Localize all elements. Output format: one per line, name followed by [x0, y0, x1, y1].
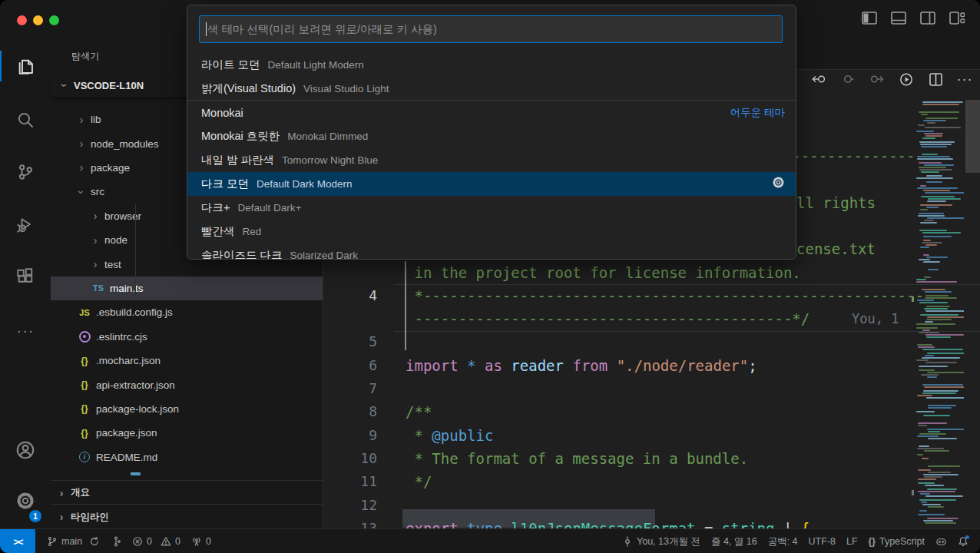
status-label: You, 13개월 전: [637, 535, 700, 548]
minimize-window-button[interactable]: [33, 15, 43, 25]
tree-item-api-extractor.json[interactable]: {}api-extractor.json: [51, 373, 349, 396]
status-label: UTF-8: [809, 536, 836, 547]
line-number: 11: [339, 470, 377, 493]
bell-icon: [958, 536, 968, 547]
text-caret: [206, 22, 207, 36]
activity-run-and-debug-icon[interactable]: [0, 204, 51, 244]
theme-description: Monokai Dimmed: [287, 131, 368, 142]
theme-option-visual-studio-light[interactable]: 밝게(Visual Studio)Visual Studio Light: [187, 77, 796, 101]
go-back-icon[interactable]: [812, 72, 826, 86]
file-label: package: [91, 162, 130, 174]
theme-label: 솔라이즈드 다크: [201, 248, 283, 260]
theme-option-tomorrow-night-blue[interactable]: 내일 밤 파란색Tomorrow Night Blue: [187, 148, 796, 172]
theme-description: Default Light Modern: [268, 59, 364, 71]
toggle-panel-icon[interactable]: [891, 12, 909, 28]
activity-explorer-icon[interactable]: [0, 46, 51, 86]
chevron-right-icon: ›: [91, 258, 100, 270]
status---4----16[interactable]: 줄 4, 열 16: [706, 529, 763, 553]
status-0[interactable]: 00: [127, 529, 186, 553]
customize-layout-icon[interactable]: [949, 12, 968, 28]
status-bell[interactable]: [952, 529, 974, 553]
theme-option-monokai-dimmed[interactable]: Monokai 흐릿한Monokai Dimmed: [187, 124, 796, 148]
theme-label: 다크 모던: [201, 177, 249, 191]
code-line: ----------------------------------------…: [406, 307, 809, 330]
status-label: LF: [846, 536, 858, 547]
tree-item-package.json[interactable]: {}package.json: [51, 421, 349, 445]
line-number: 10: [339, 447, 377, 470]
theme-option-default-light-modern[interactable]: 라이트 모던Default Light Modern: [187, 53, 796, 77]
status-bar: >< main000 You, 13개월 전줄 4, 열 16공백: 4UTF-…: [0, 528, 980, 553]
code-line: * The format of a message in a bundle.: [406, 447, 748, 470]
close-window-button[interactable]: [17, 15, 27, 25]
clipped-file-icon: [131, 472, 141, 475]
code-line: */: [406, 470, 432, 493]
editor-scrollbar[interactable]: [965, 100, 980, 173]
tree-item-readme.md[interactable]: iREADME.md: [51, 445, 349, 469]
copilot-icon: [935, 536, 947, 548]
code-line: cense.txt: [796, 237, 876, 260]
split-editor-icon[interactable]: [929, 72, 942, 86]
theme-label: Monokai 흐릿한: [201, 129, 280, 144]
activity-source-control-icon[interactable]: [0, 152, 51, 192]
quick-pick-input[interactable]: 색 테마 선택(미리 보려면 위로/아래로 키 사용): [199, 15, 783, 43]
status-copilot[interactable]: [930, 529, 952, 553]
theme-option-default-dark+[interactable]: 다크+Default Dark+: [187, 196, 796, 220]
code-line: /**: [406, 400, 432, 423]
status-typescript[interactable]: {}TypeScript: [863, 529, 930, 553]
section-outline[interactable]: › 개요: [51, 480, 323, 505]
warning-icon: [161, 536, 171, 547]
activity-more-icon[interactable]: ···: [0, 310, 51, 350]
minimap[interactable]: [915, 100, 964, 528]
more-actions-icon[interactable]: ···: [958, 72, 972, 86]
gear-icon[interactable]: [772, 176, 785, 192]
git-blame-annotation: You, 1: [852, 307, 899, 330]
tree-item-.eslintrc.cjs[interactable]: .eslintrc.cjs: [51, 325, 349, 349]
file-label: .esbuild.config.js: [96, 306, 173, 318]
code-line: in the project root for license informat…: [406, 261, 801, 284]
theme-option-red[interactable]: 빨간색Red: [187, 220, 796, 243]
toggle-secondary-sidebar-icon[interactable]: [920, 12, 939, 28]
outline-label: 개요: [71, 486, 90, 499]
root-folder-label: VSCODE-L10N: [74, 80, 144, 91]
status-0[interactable]: 0: [186, 529, 217, 553]
theme-option-monokai[interactable]: Monokai어두운 테마: [187, 101, 796, 124]
chevron-right-icon: ›: [77, 161, 86, 174]
activity-extensions-icon[interactable]: [0, 257, 51, 296]
status-bar-right: You, 13개월 전줄 4, 열 16공백: 4UTF-8LF{}TypeSc…: [617, 529, 974, 553]
tree-item-package-lock.json[interactable]: {}package-lock.json: [51, 397, 349, 421]
status-label: 0: [147, 536, 152, 547]
scm-graph-icon: [111, 536, 121, 547]
status-utf-8[interactable]: UTF-8: [803, 529, 841, 553]
quick-pick-theme-selector: 색 테마 선택(미리 보려면 위로/아래로 키 사용) 라이트 모던Defaul…: [187, 5, 796, 260]
navigate-next-icon[interactable]: [870, 72, 884, 86]
theme-description: Solarized Dark: [290, 250, 359, 260]
toggle-primary-sidebar-icon[interactable]: [862, 12, 880, 28]
chevron-right-icon: ›: [77, 137, 86, 150]
sync-icon: [89, 536, 100, 547]
status-scm-graph[interactable]: [105, 529, 127, 553]
activity-settings-icon[interactable]: 1: [0, 481, 51, 521]
tree-item-.mocharc.json[interactable]: {}.mocharc.json: [51, 349, 349, 373]
remote-indicator[interactable]: ><: [0, 529, 35, 553]
section-timeline[interactable]: › 타임라인: [51, 504, 323, 529]
status-lf[interactable]: LF: [841, 529, 863, 553]
activity-account-icon[interactable]: [0, 430, 51, 470]
activity-search-icon[interactable]: [0, 100, 51, 140]
tree-item-.esbuild.config.js[interactable]: JS.esbuild.config.js: [51, 300, 349, 324]
status-----4[interactable]: 공백: 4: [763, 529, 803, 553]
code-line: *---------------------------------------…: [406, 284, 924, 307]
status-you--13----[interactable]: You, 13개월 전: [617, 529, 706, 553]
theme-option-solarized-dark[interactable]: 솔라이즈드 다크Solarized Dark: [187, 243, 796, 260]
theme-label: Monokai: [201, 107, 243, 119]
theme-label: 라이트 모던: [201, 58, 260, 72]
go-forward-icon[interactable]: [841, 72, 855, 86]
theme-description: Tomorrow Night Blue: [282, 154, 378, 166]
theme-option-default-dark-modern[interactable]: 다크 모던Default Dark Modern: [187, 172, 796, 196]
file-label: lib: [91, 114, 101, 125]
zoom-window-button[interactable]: [49, 15, 59, 25]
run-or-debug-icon[interactable]: [899, 72, 913, 86]
file-label: main.ts: [110, 283, 144, 294]
line-number: 8: [339, 400, 377, 423]
tree-item-main.ts[interactable]: TSmain.ts: [51, 276, 363, 300]
status-main[interactable]: main: [41, 529, 105, 553]
